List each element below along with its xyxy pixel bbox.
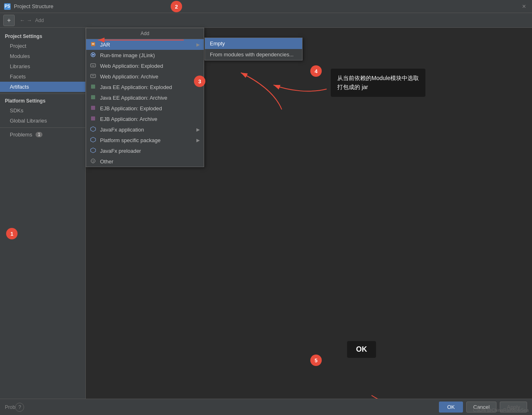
javaee-archive-label: Java EE Application: Archive bbox=[100, 95, 167, 101]
sidebar-item-facets[interactable]: Facets bbox=[0, 71, 85, 82]
from-modules-label: From modules with dependencies... bbox=[210, 51, 294, 58]
ok-bubble: OK bbox=[347, 341, 376, 358]
webapp-exploded-icon bbox=[90, 62, 97, 69]
runtime-icon bbox=[90, 52, 97, 58]
svg-rect-1 bbox=[92, 43, 94, 44]
javaee-exploded-label: Java EE Application: Exploded bbox=[100, 84, 172, 90]
jar-icon bbox=[90, 41, 97, 48]
nav-buttons: ← → bbox=[20, 17, 32, 23]
watermark: CSDN @ChinaRainbowSea bbox=[473, 408, 529, 413]
menu-item-javaee-archive[interactable]: Java EE Application: Archive bbox=[86, 92, 204, 103]
add-button[interactable]: + bbox=[3, 15, 15, 26]
other-label: Other bbox=[100, 158, 114, 165]
toolbar-label: Add bbox=[35, 18, 44, 23]
annotation-text: 从当前依赖的Module模块中选取打包成的 jar bbox=[337, 75, 419, 90]
menu-item-jar[interactable]: JAR ▶ bbox=[86, 39, 204, 50]
preloader-icon bbox=[90, 147, 97, 154]
ejb-exploded-icon bbox=[90, 105, 97, 112]
svg-marker-12 bbox=[91, 127, 96, 132]
jar-label: JAR bbox=[100, 42, 110, 48]
svg-rect-7 bbox=[92, 76, 94, 76]
annotation-tooltip: 从当前依赖的Module模块中选取打包成的 jar bbox=[331, 69, 425, 97]
svg-marker-14 bbox=[91, 148, 96, 153]
content-area: Add JAR ▶ Run-time image (JLink) bbox=[86, 28, 532, 399]
webapp-archive-label: Web Application: Archive bbox=[100, 74, 158, 80]
sidebar-item-project[interactable]: Project bbox=[0, 41, 85, 51]
window-title: Project Structure bbox=[14, 3, 53, 9]
step-2-circle: 2 bbox=[171, 1, 182, 12]
javafx-arrow-icon: ▶ bbox=[196, 127, 200, 132]
other-icon: ? bbox=[90, 158, 97, 165]
step-4-circle: 4 bbox=[310, 65, 322, 77]
ejb-archive-label: EJB Application: Archive bbox=[100, 116, 157, 122]
sidebar-item-modules[interactable]: Modules bbox=[0, 51, 85, 61]
javaee-archive-icon bbox=[90, 94, 97, 101]
menu-item-webapp-exploded[interactable]: Web Application: Exploded bbox=[86, 60, 204, 71]
prob-label: Prob bbox=[5, 404, 15, 410]
step-3-circle: 3 bbox=[194, 76, 205, 87]
menu-item-ejb-exploded[interactable]: EJB Application: Exploded bbox=[86, 103, 204, 114]
platform-label: Platform specific package bbox=[100, 137, 160, 143]
project-settings-title: Project Settings bbox=[0, 31, 85, 41]
forward-button[interactable]: → bbox=[27, 17, 32, 23]
sidebar: Project Settings Project Modules Librari… bbox=[0, 28, 86, 399]
main-layout: Project Settings Project Modules Librari… bbox=[0, 28, 532, 399]
javaee-exploded-icon bbox=[90, 84, 97, 90]
menu-item-javafx-preloader[interactable]: JavaFx preloader bbox=[86, 145, 204, 156]
svg-rect-2 bbox=[92, 44, 94, 45]
webapp-exploded-label: Web Application: Exploded bbox=[100, 63, 163, 69]
sidebar-item-problems[interactable]: Problems 1 bbox=[0, 129, 85, 140]
app-icon: PS bbox=[4, 3, 11, 10]
platform-settings-title: Platform Settings bbox=[0, 96, 85, 105]
menu-item-javafx[interactable]: JavaFx application ▶ bbox=[86, 124, 204, 135]
preloader-label: JavaFx preloader bbox=[100, 148, 141, 154]
problems-label: Problems bbox=[10, 132, 32, 138]
ejb-archive-icon bbox=[90, 116, 97, 122]
ejb-exploded-label: EJB Application: Exploded bbox=[100, 105, 162, 112]
svg-marker-4 bbox=[92, 54, 95, 56]
menu-item-platform-package[interactable]: Platform specific package ▶ bbox=[86, 135, 204, 145]
sidebar-divider-2 bbox=[0, 127, 85, 128]
submenu-empty[interactable]: Empty bbox=[205, 38, 302, 49]
menu-item-runtime[interactable]: Run-time image (JLink) bbox=[86, 50, 204, 60]
step-5-circle: 5 bbox=[310, 355, 322, 366]
add-menu-header: Add bbox=[86, 28, 204, 39]
menu-item-javaee-exploded[interactable]: Java EE Application: Exploded bbox=[86, 82, 204, 92]
bottom-bar: Prob ? OK Cancel Apply bbox=[0, 399, 532, 415]
svg-text:?: ? bbox=[92, 160, 94, 163]
svg-rect-10 bbox=[91, 106, 95, 110]
sidebar-item-libraries[interactable]: Libraries bbox=[0, 61, 85, 71]
title-bar: PS Project Structure × bbox=[0, 0, 532, 13]
platform-icon bbox=[90, 137, 97, 143]
menu-item-ejb-archive[interactable]: EJB Application: Archive bbox=[86, 114, 204, 124]
platform-arrow-icon: ▶ bbox=[196, 138, 200, 143]
problems-badge: 1 bbox=[36, 132, 43, 137]
webapp-archive-icon bbox=[90, 73, 97, 80]
menu-item-webapp-archive[interactable]: Web Application: Archive bbox=[86, 71, 204, 82]
ok-bubble-label: OK bbox=[356, 345, 367, 353]
sidebar-item-sdks[interactable]: SDKs bbox=[0, 105, 85, 116]
jar-submenu: Empty From modules with dependencies... bbox=[205, 38, 303, 60]
back-button[interactable]: ← bbox=[20, 17, 25, 23]
empty-label: Empty bbox=[210, 40, 225, 47]
close-button[interactable]: × bbox=[520, 3, 528, 10]
toolbar: + ← → Add bbox=[0, 13, 532, 28]
help-button[interactable]: ? bbox=[15, 403, 24, 412]
add-menu: Add JAR ▶ Run-time image (JLink) bbox=[86, 28, 204, 167]
runtime-label: Run-time image (JLink) bbox=[100, 52, 155, 58]
svg-marker-13 bbox=[91, 137, 96, 142]
javafx-icon bbox=[90, 126, 97, 133]
submenu-from-modules[interactable]: From modules with dependencies... bbox=[205, 49, 302, 60]
step-1-circle: 1 bbox=[6, 228, 18, 239]
svg-rect-8 bbox=[91, 85, 95, 89]
sidebar-item-artifacts[interactable]: Artifacts bbox=[0, 82, 85, 92]
svg-rect-5 bbox=[91, 64, 96, 67]
svg-rect-11 bbox=[91, 116, 95, 120]
ok-button[interactable]: OK bbox=[439, 402, 463, 413]
jar-arrow-icon: ▶ bbox=[196, 42, 200, 47]
javafx-label: JavaFx application bbox=[100, 127, 144, 133]
svg-rect-9 bbox=[91, 95, 95, 99]
sidebar-item-global-libraries[interactable]: Global Libraries bbox=[0, 116, 85, 126]
sidebar-divider bbox=[0, 94, 85, 94]
menu-item-other[interactable]: ? Other bbox=[86, 156, 204, 167]
